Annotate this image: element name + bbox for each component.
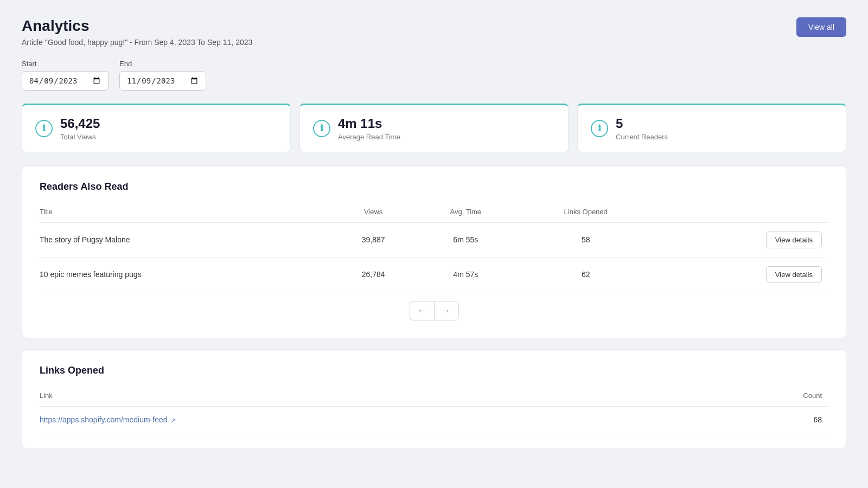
col-avg-time: Avg. Time <box>417 203 520 223</box>
readers-also-read-card: Readers Also Read Title Views Avg. Time … <box>22 165 846 338</box>
links-opened-card: Links Opened Link Count https://apps.sho… <box>22 349 846 449</box>
table-row: 10 epic memes featuring pugs 26,784 4m 5… <box>40 257 828 292</box>
row-views: 39,887 <box>336 222 417 257</box>
links-opened-title: Links Opened <box>40 365 828 376</box>
row-title: 10 epic memes featuring pugs <box>40 257 336 292</box>
view-all-button[interactable]: View all <box>796 17 846 37</box>
avg-read-time-label: Average Read Time <box>338 133 400 141</box>
info-icon-current-readers: ℹ <box>591 120 608 137</box>
stat-card-avg-read-time: ℹ 4m 11s Average Read Time <box>299 104 569 152</box>
view-details-button[interactable]: View details <box>766 232 822 248</box>
col-title: Title <box>40 203 336 223</box>
info-icon-total-views: ℹ <box>35 120 53 137</box>
list-item: https://apps.shopify.com/medium-feed ↗ 6… <box>40 406 828 433</box>
avg-read-time-value: 4m 11s <box>338 116 400 132</box>
total-views-value: 56,425 <box>60 116 100 132</box>
start-label: Start <box>22 60 108 68</box>
start-date-input[interactable] <box>22 71 108 91</box>
col-action <box>658 203 828 223</box>
row-views: 26,784 <box>336 257 417 292</box>
end-date-input[interactable] <box>119 71 206 91</box>
pagination-row: ← → <box>40 292 828 323</box>
links-col-count: Count <box>710 387 828 407</box>
links-opened-table: Link Count https://apps.shopify.com/medi… <box>40 387 828 433</box>
page-subtitle: Article "Good food, happy pug!" - From S… <box>22 38 252 47</box>
row-action: View details <box>658 222 828 257</box>
info-icon-avg-read-time: ℹ <box>313 120 330 137</box>
page-title: Analytics <box>22 17 252 35</box>
header-left: Analytics Article "Good food, happy pug!… <box>22 17 252 47</box>
date-filters: Start End <box>22 60 846 91</box>
external-link-icon: ↗ <box>171 417 176 423</box>
total-views-label: Total Views <box>60 133 100 141</box>
row-avg-time: 6m 55s <box>417 222 520 257</box>
row-title: The story of Pugsy Malone <box>40 222 336 257</box>
stat-card-total-views: ℹ 56,425 Total Views <box>22 104 291 152</box>
end-label: End <box>119 60 206 68</box>
link-url[interactable]: https://apps.shopify.com/medium-feed ↗ <box>40 415 176 424</box>
row-links-opened: 62 <box>521 257 658 292</box>
view-details-button[interactable]: View details <box>766 266 822 283</box>
current-readers-value: 5 <box>616 116 668 132</box>
end-date-field: End <box>119 60 206 91</box>
readers-also-read-table: Title Views Avg. Time Links Opened The s… <box>40 203 828 292</box>
links-col-link: Link <box>40 387 710 407</box>
row-action: View details <box>658 257 828 292</box>
page-header: Analytics Article "Good food, happy pug!… <box>22 17 846 47</box>
row-links-opened: 58 <box>521 222 658 257</box>
current-readers-label: Current Readers <box>616 133 668 141</box>
start-date-field: Start <box>22 60 108 91</box>
table-row: The story of Pugsy Malone 39,887 6m 55s … <box>40 222 828 257</box>
row-avg-time: 4m 57s <box>417 257 520 292</box>
link-count: 68 <box>710 406 828 433</box>
stats-row: ℹ 56,425 Total Views ℹ 4m 11s Average Re… <box>22 104 846 152</box>
col-views: Views <box>336 203 417 223</box>
readers-also-read-title: Readers Also Read <box>40 181 828 192</box>
col-links-opened: Links Opened <box>521 203 658 223</box>
next-page-button[interactable]: → <box>434 301 459 320</box>
stat-card-current-readers: ℹ 5 Current Readers <box>577 104 846 152</box>
link-url-cell: https://apps.shopify.com/medium-feed ↗ <box>40 406 710 433</box>
prev-page-button[interactable]: ← <box>410 301 434 320</box>
